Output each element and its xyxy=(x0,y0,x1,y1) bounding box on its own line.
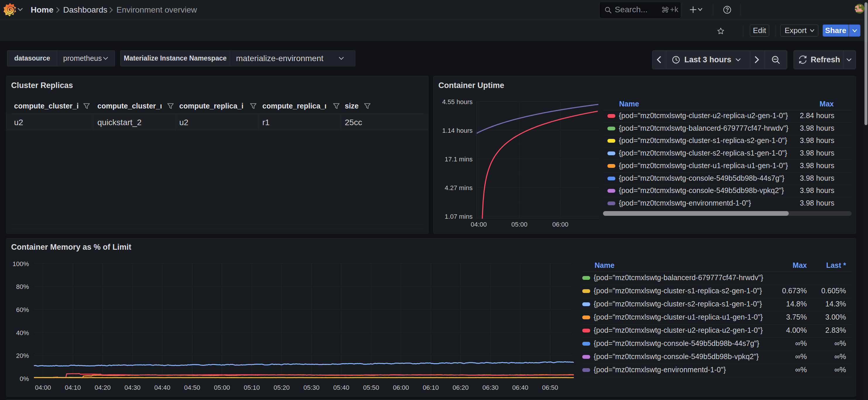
svg-text:06:40: 06:40 xyxy=(512,384,528,391)
svg-text:0%: 0% xyxy=(20,375,29,382)
svg-text:06:30: 06:30 xyxy=(482,384,498,391)
svg-text:4.55 hours: 4.55 hours xyxy=(442,98,473,105)
svg-text:40%: 40% xyxy=(16,329,29,337)
svg-text:60%: 60% xyxy=(16,306,29,313)
svg-text:05:40: 05:40 xyxy=(333,384,349,391)
svg-text:06:00: 06:00 xyxy=(552,221,568,228)
svg-text:20%: 20% xyxy=(16,352,29,359)
svg-text:06:50: 06:50 xyxy=(542,384,558,391)
svg-text:4.27 mins: 4.27 mins xyxy=(445,184,473,191)
svg-text:06:20: 06:20 xyxy=(453,384,468,391)
svg-text:04:40: 04:40 xyxy=(154,384,170,391)
svg-text:05:00: 05:00 xyxy=(511,221,527,228)
svg-text:04:00: 04:00 xyxy=(470,221,487,228)
svg-text:05:20: 05:20 xyxy=(274,384,289,391)
svg-text:100%: 100% xyxy=(12,260,29,268)
svg-text:17.1 mins: 17.1 mins xyxy=(445,156,473,163)
svg-text:04:50: 04:50 xyxy=(184,384,200,391)
svg-text:05:00: 05:00 xyxy=(214,384,230,391)
svg-text:04:00: 04:00 xyxy=(35,384,51,391)
svg-text:04:30: 04:30 xyxy=(124,384,141,391)
svg-text:06:00: 06:00 xyxy=(393,384,409,391)
svg-text:04:20: 04:20 xyxy=(94,384,111,391)
svg-text:1.14 hours: 1.14 hours xyxy=(442,127,473,134)
svg-text:05:30: 05:30 xyxy=(303,384,319,391)
svg-text:04:10: 04:10 xyxy=(65,384,81,391)
svg-text:05:10: 05:10 xyxy=(244,384,260,391)
svg-text:06:10: 06:10 xyxy=(423,384,439,391)
svg-text:1.07 mins: 1.07 mins xyxy=(445,213,473,220)
svg-text:80%: 80% xyxy=(16,283,29,290)
svg-text:05:50: 05:50 xyxy=(363,384,379,391)
